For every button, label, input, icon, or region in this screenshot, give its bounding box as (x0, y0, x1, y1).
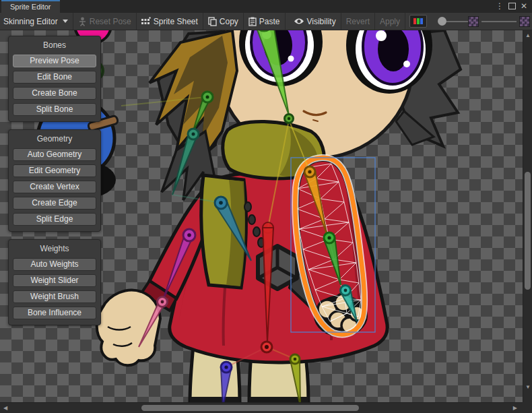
copy-button[interactable]: Copy (203, 13, 243, 30)
edit-geometry-button[interactable]: Edit Geometry (13, 164, 96, 177)
create-edge-button[interactable]: Create Edge (13, 197, 96, 210)
bone-opacity-track[interactable] (446, 21, 468, 22)
panel-weights-title: Weights (9, 240, 100, 258)
split-edge-button[interactable]: Split Edge (13, 213, 96, 226)
checker-sprite-icon (468, 16, 479, 27)
scroll-left-icon[interactable]: ◀ (3, 406, 7, 411)
panel-geometry-title: Geometry (9, 130, 100, 148)
scroll-up-icon[interactable]: ▲ (525, 33, 531, 38)
panel-geometry: Geometry Auto Geometry Edit Geometry Cre… (8, 129, 101, 232)
panel-bones-title: Bones (9, 36, 100, 55)
color-swatch-icon (409, 15, 427, 28)
scrollbar-corner (523, 402, 532, 413)
scroll-right-icon[interactable]: ▶ (513, 406, 517, 411)
vertical-scroll-thumb[interactable] (525, 172, 531, 290)
opacity-sliders (438, 16, 532, 27)
bone-influence-button[interactable]: Bone Influence (13, 307, 96, 319)
copy-label: Copy (220, 17, 238, 26)
panel-bones: Bones Preview Pose Edit Bone Create Bone… (8, 36, 101, 122)
weight-slider-button[interactable]: Weight Slider (13, 274, 96, 287)
paste-button[interactable]: Paste (244, 13, 285, 30)
skinning-editor-dropdown[interactable]: Skinning Editor (0, 13, 73, 30)
window-close-icon[interactable]: ✕ (519, 0, 529, 13)
toolbar: Skinning Editor Reset Pose Sprite Sheet (0, 13, 532, 30)
sprite-editor-window: Sprite Editor ⋮ ✕ Skinning Editor Reset … (0, 0, 532, 413)
apply-label: Apply (380, 17, 400, 26)
revert-button[interactable]: Revert (341, 13, 374, 30)
reset-pose-button[interactable]: Reset Pose (73, 13, 136, 30)
paste-label: Paste (259, 17, 280, 26)
scroll-down-icon[interactable]: ▼ (525, 385, 531, 390)
copy-icon (208, 17, 217, 26)
sprite-sheet-label: Sprite Sheet (154, 17, 198, 26)
horizontal-scroll-thumb[interactable] (141, 405, 359, 411)
weight-brush-button[interactable]: Weight Brush (13, 290, 96, 303)
tab-sprite-editor[interactable]: Sprite Editor (1, 0, 60, 13)
pose-icon (78, 17, 87, 26)
split-bone-button[interactable]: Split Bone (13, 103, 96, 116)
reset-pose-label: Reset Pose (90, 17, 131, 26)
apply-button[interactable]: Apply (375, 13, 405, 30)
rgb-channel-button[interactable] (405, 13, 431, 30)
sprite-opacity-track[interactable] (481, 21, 517, 22)
bone-opacity-knob[interactable] (438, 17, 446, 26)
preview-pose-button[interactable]: Preview Pose (13, 55, 96, 67)
create-bone-button[interactable]: Create Bone (13, 87, 96, 100)
panel-weights: Weights Auto Weights Weight Slider Weigh… (8, 239, 101, 325)
edit-bone-button[interactable]: Edit Bone (13, 71, 96, 84)
skinning-editor-label: Skinning Editor (3, 17, 58, 26)
sprite-sheet-icon (141, 17, 151, 26)
checker-sprite-icon (519, 16, 530, 27)
window-menu-icon[interactable]: ⋮ (494, 0, 505, 13)
eye-icon (294, 18, 304, 25)
visibility-button[interactable]: Visibility (289, 13, 341, 30)
auto-geometry-button[interactable]: Auto Geometry (13, 148, 96, 161)
vertical-scrollbar[interactable]: ▲ ▼ (523, 30, 532, 402)
toolbar-separator (285, 13, 286, 30)
chevron-down-icon (63, 20, 68, 23)
create-vertex-button[interactable]: Create Vertex (13, 181, 96, 193)
tab-bar: Sprite Editor ⋮ ✕ (0, 0, 532, 13)
horizontal-scrollbar[interactable]: ◀ ▶ (0, 402, 523, 413)
auto-weights-button[interactable]: Auto Weights (13, 258, 96, 271)
revert-label: Revert (346, 17, 370, 26)
visibility-label: Visibility (307, 17, 336, 26)
window-maximize-icon[interactable] (506, 0, 517, 13)
sprite-sheet-button[interactable]: Sprite Sheet (137, 13, 203, 30)
paste-icon (248, 17, 257, 26)
